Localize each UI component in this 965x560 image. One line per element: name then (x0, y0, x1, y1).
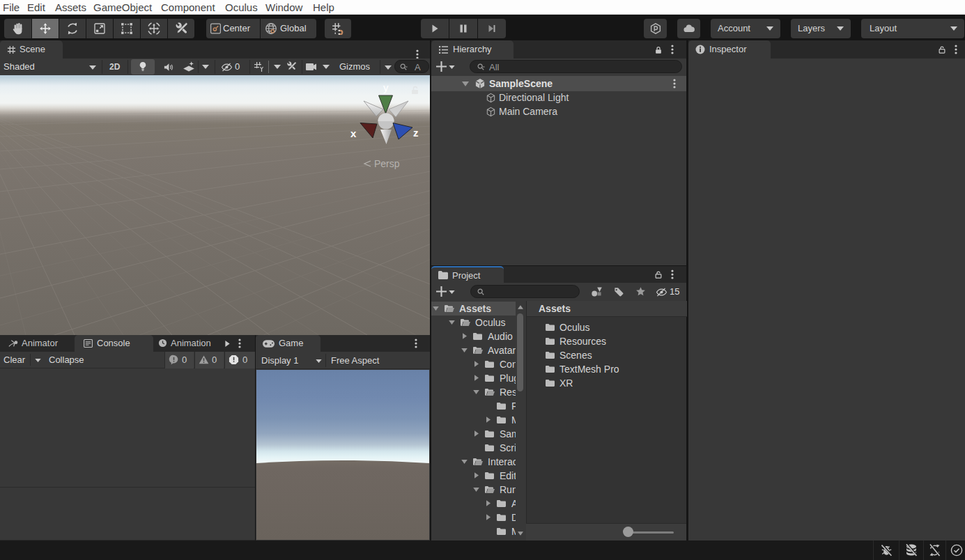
svg-text:z: z (413, 127, 419, 139)
svg-text:x: x (350, 127, 357, 139)
svg-text:y: y (383, 81, 389, 93)
